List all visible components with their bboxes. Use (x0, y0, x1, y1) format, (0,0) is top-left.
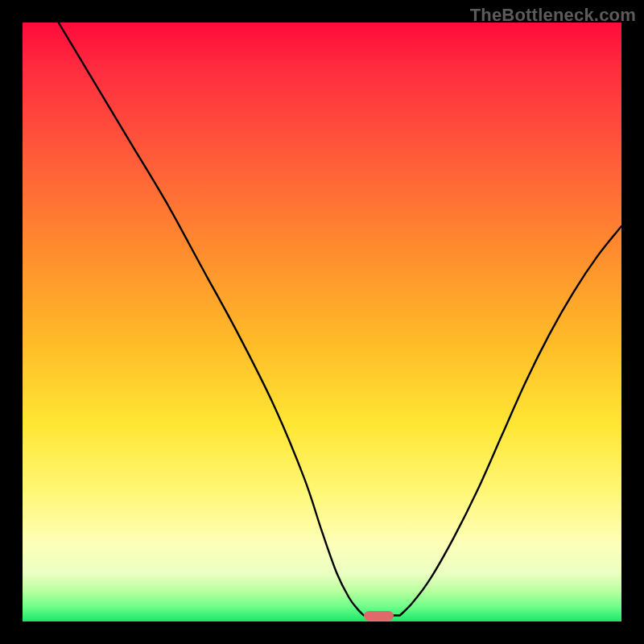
plot-area (23, 23, 621, 621)
chart-frame: TheBottleneck.com (0, 0, 644, 644)
optimal-marker (364, 611, 394, 621)
attribution-text: TheBottleneck.com (470, 5, 636, 26)
bottleneck-curve (23, 23, 621, 621)
